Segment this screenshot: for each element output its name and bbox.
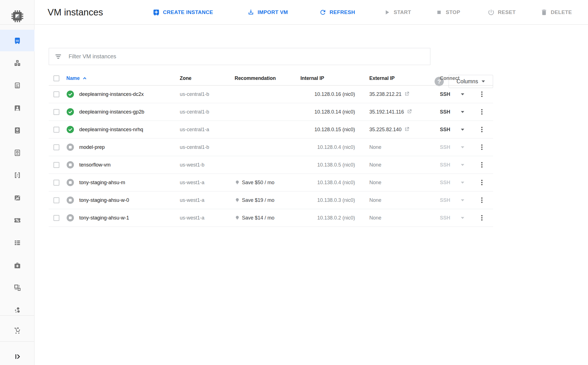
table-row[interactable]: deeplearning-instances-dc2x us-central1-…: [49, 86, 493, 103]
sidebar-item-vm-instances[interactable]: [0, 30, 34, 51]
sidebar-item-metadata[interactable]: [0, 236, 34, 250]
row-checkbox[interactable]: [53, 91, 59, 97]
sidebar-item-sole-tenant-nodes[interactable]: [0, 101, 34, 115]
ssh-button[interactable]: SSH: [440, 127, 450, 133]
select-all-checkbox[interactable]: [53, 75, 59, 81]
sidebar-item-committed-use-discounts[interactable]: [0, 214, 34, 227]
ssh-button[interactable]: SSH: [440, 215, 450, 221]
row-menu-cell: [470, 103, 493, 121]
ssh-button[interactable]: SSH: [440, 109, 450, 115]
instance-name-link[interactable]: tony-staging-ahsu-w-0: [77, 191, 178, 209]
ssh-dropdown-button[interactable]: [461, 217, 464, 219]
external-link-icon[interactable]: [404, 91, 410, 97]
table-row[interactable]: tony-staging-ahsu-w-1 us-west1-a Save $1…: [49, 209, 493, 227]
column-header-external-ip[interactable]: External IP: [365, 71, 435, 85]
ssh-dropdown-button[interactable]: [461, 129, 464, 131]
table-row[interactable]: deeplearning-instances-gp2b us-central1-…: [49, 103, 493, 121]
filter-input[interactable]: [68, 53, 424, 60]
sidebar-item-images[interactable]: [0, 191, 34, 205]
row-actions-menu-button[interactable]: [478, 108, 486, 115]
ssh-dropdown-button[interactable]: [461, 146, 464, 148]
row-actions-menu-button[interactable]: [478, 91, 486, 98]
instance-name-link[interactable]: deeplearning-instances-dc2x: [77, 86, 178, 103]
internal-ip-cell: 10.128.0.14 (nic0): [298, 103, 365, 121]
sidebar-item-zones[interactable]: [0, 281, 34, 294]
recommendation-cell[interactable]: [230, 156, 298, 174]
instance-name-link[interactable]: tony-staging-ahsu-w-1: [77, 209, 178, 227]
row-actions-menu-button[interactable]: [478, 179, 486, 186]
reset-button[interactable]: RESET: [487, 0, 516, 25]
table-row[interactable]: tony-staging-ahsu-m us-west1-a Save $50 …: [49, 174, 493, 191]
kebab-menu-icon: [478, 126, 486, 133]
recommendation-cell[interactable]: [230, 138, 298, 156]
stop-button[interactable]: STOP: [435, 0, 460, 25]
start-play-icon: [383, 9, 391, 16]
filter-bar: [49, 48, 430, 65]
sidebar-item-instance-templates[interactable]: [0, 79, 34, 92]
table-row[interactable]: model-prep us-central1-b 10.128.0.4 (nic…: [49, 138, 493, 156]
refresh-button[interactable]: REFRESH: [319, 0, 355, 25]
discount-percent-icon: [13, 216, 22, 225]
row-checkbox[interactable]: [53, 109, 59, 115]
sidebar-collapse-button[interactable]: [0, 350, 34, 363]
row-checkbox[interactable]: [53, 162, 59, 168]
recommendation-cell[interactable]: Save $50 / mo: [230, 174, 298, 191]
recommendation-cell[interactable]: [230, 103, 298, 121]
delete-button[interactable]: DELETE: [540, 0, 572, 25]
row-actions-menu-button[interactable]: [478, 197, 486, 204]
row-actions-menu-button[interactable]: [478, 214, 486, 221]
instance-name-link[interactable]: tony-staging-ahsu-m: [77, 174, 178, 191]
row-checkbox[interactable]: [53, 180, 59, 186]
reset-label: RESET: [498, 9, 516, 15]
table-row[interactable]: tony-staging-ahsu-w-0 us-west1-a Save $1…: [49, 191, 493, 209]
ssh-button[interactable]: SSH: [440, 180, 450, 186]
ssh-dropdown-button[interactable]: [461, 111, 464, 113]
external-link-icon[interactable]: [407, 109, 412, 114]
row-actions-menu-button[interactable]: [478, 161, 486, 168]
sidebar-item-instance-groups[interactable]: [0, 56, 34, 70]
row-actions-menu-button[interactable]: [478, 144, 486, 151]
row-checkbox[interactable]: [53, 144, 59, 150]
kebab-menu-icon: [478, 179, 486, 186]
recommendation-cell[interactable]: [230, 121, 298, 138]
create-instance-button[interactable]: CREATE INSTANCE: [153, 0, 213, 25]
column-header-internal-ip[interactable]: Internal IP: [298, 71, 365, 85]
ssh-dropdown-button[interactable]: [461, 182, 464, 184]
table-row[interactable]: deeplearning-instances-nrhq us-central1-…: [49, 121, 493, 138]
ssh-dropdown-button[interactable]: [461, 164, 464, 166]
sidebar-item-network-endpoint-groups[interactable]: [0, 303, 34, 317]
import-vm-button[interactable]: IMPORT VM: [247, 0, 288, 25]
ssh-button[interactable]: SSH: [440, 144, 450, 150]
ssh-button[interactable]: SSH: [440, 91, 450, 97]
ssh-button[interactable]: SSH: [440, 197, 450, 203]
sidebar-item-snapshots[interactable]: [0, 146, 34, 160]
external-link-icon[interactable]: [404, 126, 410, 132]
row-checkbox[interactable]: [53, 127, 59, 133]
sidebar-item-disks[interactable]: [0, 124, 34, 137]
table-row[interactable]: tensorflow-vm us-west1-b 10.138.0.5 (nic…: [49, 156, 493, 174]
sidebar-item-health-checks[interactable]: [0, 259, 34, 272]
sidebar-divider: [0, 24, 34, 25]
delete-trash-icon: [540, 9, 548, 16]
recommendation-cell[interactable]: [230, 86, 298, 103]
ssh-button[interactable]: SSH: [440, 162, 450, 168]
row-checkbox[interactable]: [53, 197, 59, 203]
ssh-dropdown-button[interactable]: [461, 93, 464, 95]
instance-name-link[interactable]: deeplearning-instances-gp2b: [77, 103, 178, 121]
column-header-zone[interactable]: Zone: [178, 71, 230, 85]
recommendation-cell[interactable]: Save $14 / mo: [230, 209, 298, 227]
recommendation-cell[interactable]: Save $19 / mo: [230, 191, 298, 209]
instance-name-link[interactable]: tensorflow-vm: [77, 156, 178, 174]
instance-name-link[interactable]: model-prep: [77, 138, 178, 156]
sidebar-item-tpus[interactable]: [0, 168, 34, 182]
column-header-name[interactable]: Name: [64, 75, 178, 81]
row-actions-menu-button[interactable]: [478, 126, 486, 133]
ssh-dropdown-button[interactable]: [461, 199, 464, 201]
row-status-cell: [64, 191, 77, 209]
row-checkbox[interactable]: [53, 215, 59, 221]
external-ip-text: None: [369, 144, 381, 150]
sidebar-item-marketplace[interactable]: [0, 324, 34, 337]
instance-name-link[interactable]: deeplearning-instances-nrhq: [77, 121, 178, 138]
column-header-recommendation[interactable]: Recommendation: [230, 71, 298, 85]
start-button[interactable]: START: [383, 0, 411, 25]
